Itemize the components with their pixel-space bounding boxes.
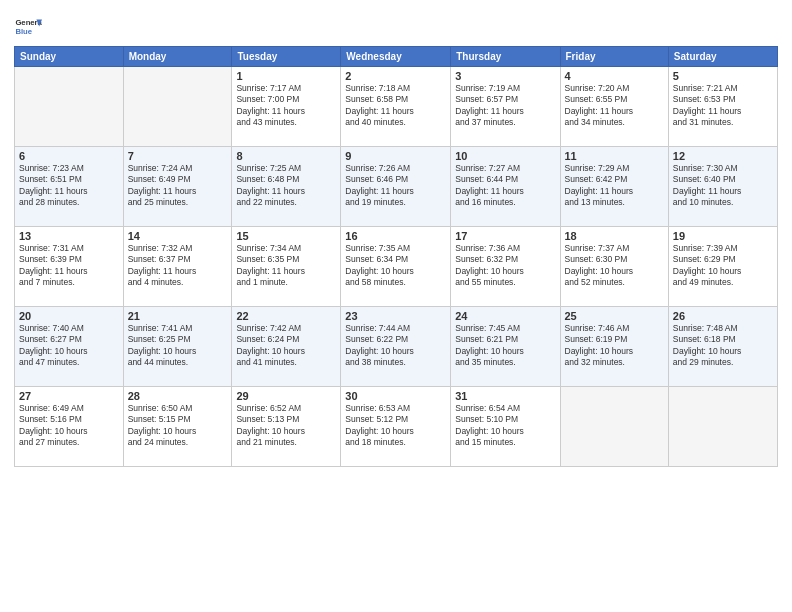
day-cell: 1Sunrise: 7:17 AM Sunset: 7:00 PM Daylig… bbox=[232, 67, 341, 147]
day-number: 17 bbox=[455, 230, 555, 242]
day-cell: 26Sunrise: 7:48 AM Sunset: 6:18 PM Dayli… bbox=[668, 307, 777, 387]
day-number: 29 bbox=[236, 390, 336, 402]
day-number: 24 bbox=[455, 310, 555, 322]
day-info: Sunrise: 7:31 AM Sunset: 6:39 PM Dayligh… bbox=[19, 243, 119, 289]
day-cell: 6Sunrise: 7:23 AM Sunset: 6:51 PM Daylig… bbox=[15, 147, 124, 227]
day-info: Sunrise: 7:23 AM Sunset: 6:51 PM Dayligh… bbox=[19, 163, 119, 209]
day-info: Sunrise: 6:53 AM Sunset: 5:12 PM Dayligh… bbox=[345, 403, 446, 449]
day-info: Sunrise: 7:44 AM Sunset: 6:22 PM Dayligh… bbox=[345, 323, 446, 369]
header: General Blue bbox=[14, 10, 778, 42]
day-number: 15 bbox=[236, 230, 336, 242]
day-cell: 17Sunrise: 7:36 AM Sunset: 6:32 PM Dayli… bbox=[451, 227, 560, 307]
day-info: Sunrise: 7:42 AM Sunset: 6:24 PM Dayligh… bbox=[236, 323, 336, 369]
col-header-monday: Monday bbox=[123, 47, 232, 67]
day-info: Sunrise: 7:17 AM Sunset: 7:00 PM Dayligh… bbox=[236, 83, 336, 129]
col-header-friday: Friday bbox=[560, 47, 668, 67]
day-cell: 18Sunrise: 7:37 AM Sunset: 6:30 PM Dayli… bbox=[560, 227, 668, 307]
day-cell: 23Sunrise: 7:44 AM Sunset: 6:22 PM Dayli… bbox=[341, 307, 451, 387]
day-info: Sunrise: 7:46 AM Sunset: 6:19 PM Dayligh… bbox=[565, 323, 664, 369]
day-info: Sunrise: 7:48 AM Sunset: 6:18 PM Dayligh… bbox=[673, 323, 773, 369]
day-number: 2 bbox=[345, 70, 446, 82]
week-row-2: 6Sunrise: 7:23 AM Sunset: 6:51 PM Daylig… bbox=[15, 147, 778, 227]
col-header-thursday: Thursday bbox=[451, 47, 560, 67]
svg-text:Blue: Blue bbox=[15, 27, 32, 36]
day-number: 11 bbox=[565, 150, 664, 162]
day-cell: 25Sunrise: 7:46 AM Sunset: 6:19 PM Dayli… bbox=[560, 307, 668, 387]
header-row: SundayMondayTuesdayWednesdayThursdayFrid… bbox=[15, 47, 778, 67]
day-number: 30 bbox=[345, 390, 446, 402]
day-cell bbox=[668, 387, 777, 467]
week-row-5: 27Sunrise: 6:49 AM Sunset: 5:16 PM Dayli… bbox=[15, 387, 778, 467]
day-cell: 2Sunrise: 7:18 AM Sunset: 6:58 PM Daylig… bbox=[341, 67, 451, 147]
day-cell bbox=[15, 67, 124, 147]
day-number: 1 bbox=[236, 70, 336, 82]
day-cell: 9Sunrise: 7:26 AM Sunset: 6:46 PM Daylig… bbox=[341, 147, 451, 227]
day-cell: 8Sunrise: 7:25 AM Sunset: 6:48 PM Daylig… bbox=[232, 147, 341, 227]
day-number: 28 bbox=[128, 390, 228, 402]
day-cell: 4Sunrise: 7:20 AM Sunset: 6:55 PM Daylig… bbox=[560, 67, 668, 147]
day-cell: 3Sunrise: 7:19 AM Sunset: 6:57 PM Daylig… bbox=[451, 67, 560, 147]
day-cell: 21Sunrise: 7:41 AM Sunset: 6:25 PM Dayli… bbox=[123, 307, 232, 387]
day-cell: 22Sunrise: 7:42 AM Sunset: 6:24 PM Dayli… bbox=[232, 307, 341, 387]
day-number: 3 bbox=[455, 70, 555, 82]
day-number: 22 bbox=[236, 310, 336, 322]
day-number: 14 bbox=[128, 230, 228, 242]
day-info: Sunrise: 7:30 AM Sunset: 6:40 PM Dayligh… bbox=[673, 163, 773, 209]
day-number: 20 bbox=[19, 310, 119, 322]
day-info: Sunrise: 7:24 AM Sunset: 6:49 PM Dayligh… bbox=[128, 163, 228, 209]
day-number: 25 bbox=[565, 310, 664, 322]
day-cell: 31Sunrise: 6:54 AM Sunset: 5:10 PM Dayli… bbox=[451, 387, 560, 467]
col-header-tuesday: Tuesday bbox=[232, 47, 341, 67]
day-cell: 30Sunrise: 6:53 AM Sunset: 5:12 PM Dayli… bbox=[341, 387, 451, 467]
week-row-1: 1Sunrise: 7:17 AM Sunset: 7:00 PM Daylig… bbox=[15, 67, 778, 147]
day-number: 4 bbox=[565, 70, 664, 82]
day-number: 21 bbox=[128, 310, 228, 322]
day-number: 31 bbox=[455, 390, 555, 402]
day-cell: 13Sunrise: 7:31 AM Sunset: 6:39 PM Dayli… bbox=[15, 227, 124, 307]
day-info: Sunrise: 7:45 AM Sunset: 6:21 PM Dayligh… bbox=[455, 323, 555, 369]
day-cell: 15Sunrise: 7:34 AM Sunset: 6:35 PM Dayli… bbox=[232, 227, 341, 307]
logo: General Blue bbox=[14, 14, 46, 42]
day-cell: 20Sunrise: 7:40 AM Sunset: 6:27 PM Dayli… bbox=[15, 307, 124, 387]
day-info: Sunrise: 7:19 AM Sunset: 6:57 PM Dayligh… bbox=[455, 83, 555, 129]
day-number: 12 bbox=[673, 150, 773, 162]
day-number: 7 bbox=[128, 150, 228, 162]
day-number: 27 bbox=[19, 390, 119, 402]
day-number: 9 bbox=[345, 150, 446, 162]
day-info: Sunrise: 7:36 AM Sunset: 6:32 PM Dayligh… bbox=[455, 243, 555, 289]
day-info: Sunrise: 7:29 AM Sunset: 6:42 PM Dayligh… bbox=[565, 163, 664, 209]
day-cell bbox=[123, 67, 232, 147]
day-number: 6 bbox=[19, 150, 119, 162]
day-number: 8 bbox=[236, 150, 336, 162]
day-info: Sunrise: 7:39 AM Sunset: 6:29 PM Dayligh… bbox=[673, 243, 773, 289]
day-info: Sunrise: 7:37 AM Sunset: 6:30 PM Dayligh… bbox=[565, 243, 664, 289]
day-number: 26 bbox=[673, 310, 773, 322]
day-cell: 19Sunrise: 7:39 AM Sunset: 6:29 PM Dayli… bbox=[668, 227, 777, 307]
day-cell: 10Sunrise: 7:27 AM Sunset: 6:44 PM Dayli… bbox=[451, 147, 560, 227]
col-header-wednesday: Wednesday bbox=[341, 47, 451, 67]
day-number: 23 bbox=[345, 310, 446, 322]
day-info: Sunrise: 7:18 AM Sunset: 6:58 PM Dayligh… bbox=[345, 83, 446, 129]
page: General Blue SundayMondayTuesdayWednesda… bbox=[0, 0, 792, 612]
day-number: 19 bbox=[673, 230, 773, 242]
week-row-4: 20Sunrise: 7:40 AM Sunset: 6:27 PM Dayli… bbox=[15, 307, 778, 387]
day-number: 18 bbox=[565, 230, 664, 242]
day-info: Sunrise: 7:34 AM Sunset: 6:35 PM Dayligh… bbox=[236, 243, 336, 289]
day-cell: 14Sunrise: 7:32 AM Sunset: 6:37 PM Dayli… bbox=[123, 227, 232, 307]
day-number: 10 bbox=[455, 150, 555, 162]
logo-icon: General Blue bbox=[14, 14, 42, 42]
day-cell: 16Sunrise: 7:35 AM Sunset: 6:34 PM Dayli… bbox=[341, 227, 451, 307]
day-cell: 12Sunrise: 7:30 AM Sunset: 6:40 PM Dayli… bbox=[668, 147, 777, 227]
day-info: Sunrise: 7:20 AM Sunset: 6:55 PM Dayligh… bbox=[565, 83, 664, 129]
col-header-saturday: Saturday bbox=[668, 47, 777, 67]
day-info: Sunrise: 6:52 AM Sunset: 5:13 PM Dayligh… bbox=[236, 403, 336, 449]
day-info: Sunrise: 7:32 AM Sunset: 6:37 PM Dayligh… bbox=[128, 243, 228, 289]
day-cell: 5Sunrise: 7:21 AM Sunset: 6:53 PM Daylig… bbox=[668, 67, 777, 147]
week-row-3: 13Sunrise: 7:31 AM Sunset: 6:39 PM Dayli… bbox=[15, 227, 778, 307]
day-cell bbox=[560, 387, 668, 467]
day-info: Sunrise: 7:40 AM Sunset: 6:27 PM Dayligh… bbox=[19, 323, 119, 369]
day-info: Sunrise: 7:41 AM Sunset: 6:25 PM Dayligh… bbox=[128, 323, 228, 369]
day-number: 13 bbox=[19, 230, 119, 242]
day-number: 16 bbox=[345, 230, 446, 242]
day-cell: 28Sunrise: 6:50 AM Sunset: 5:15 PM Dayli… bbox=[123, 387, 232, 467]
